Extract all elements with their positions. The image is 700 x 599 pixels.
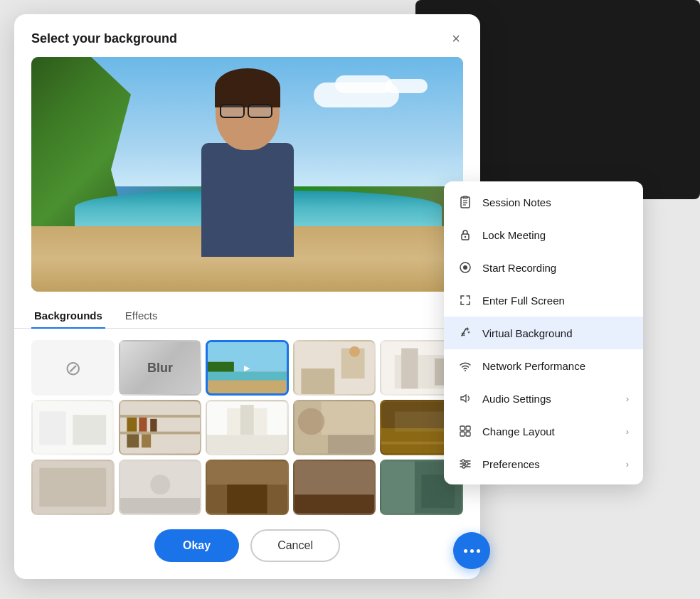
menu-item-network-performance[interactable]: Network Performance [444,349,643,382]
okay-button[interactable]: Okay [154,529,239,562]
glass-right [248,104,272,118]
svg-rect-62 [460,426,465,430]
svg-rect-29 [328,435,375,453]
fab-dot-3 [477,549,480,553]
svg-point-7 [349,346,360,357]
svg-rect-16 [120,415,201,418]
thumb-beach[interactable]: ▶ [206,340,289,396]
svg-rect-63 [466,426,470,430]
grid-icon [458,424,472,438]
light-svg [207,401,287,454]
svg-rect-21 [127,434,139,447]
tabs-bar: Backgrounds Effects [14,292,480,329]
wand-icon [458,326,472,340]
svg-rect-20 [150,419,157,432]
menu-item-preferences[interactable]: Preferences › [444,447,643,480]
menu-label-network-performance: Network Performance [482,360,629,372]
tab-effects[interactable]: Effects [122,304,161,329]
svg-rect-36 [39,468,106,507]
thumb-extra2[interactable] [119,460,202,515]
shelf-svg [120,401,201,454]
menu-label-change-layout: Change Layout [482,425,616,438]
svg-rect-22 [142,434,151,447]
thumb-interior[interactable] [293,400,376,455]
close-button[interactable]: × [449,28,463,48]
menu-item-audio-settings[interactable]: Audio Settings › [444,382,643,415]
svg-rect-46 [381,461,415,513]
menu-label-lock-meeting: Lock Meeting [482,229,629,241]
extra3-svg [207,461,287,514]
beach-thumbnail-svg [208,342,287,393]
extra4-svg [295,461,375,514]
fab-button[interactable] [453,532,490,569]
modal-title: Select your background [31,31,177,46]
svg-rect-19 [139,418,147,432]
menu-label-session-notes: Session Notes [482,196,629,208]
svg-rect-28 [321,401,374,435]
thumb-white[interactable] [31,400,115,455]
menu-item-start-recording[interactable]: Start Recording [444,251,643,284]
blur-label: Blur [147,361,173,376]
thumb-room1[interactable] [293,340,376,396]
thumb-extra1[interactable] [31,460,115,515]
svg-point-56 [463,265,467,270]
svg-rect-41 [207,461,287,484]
fab-dots [464,549,480,553]
beach-scene [31,57,463,292]
person-hair [215,68,280,107]
person-head [216,72,280,150]
thumb-none[interactable]: ⊘ [31,340,115,396]
menu-label-preferences: Preferences [482,458,616,470]
cloud3 [385,79,428,93]
tab-backgrounds[interactable]: Backgrounds [31,304,105,329]
preferences-arrow: › [626,459,629,470]
svg-rect-10 [402,348,418,388]
svg-point-30 [297,408,324,435]
svg-rect-42 [227,484,267,513]
svg-point-39 [150,475,170,494]
extra1-svg [33,461,113,514]
extra2-svg [120,461,201,514]
lock-icon [458,228,472,242]
svg-rect-33 [395,411,448,431]
white-svg [33,401,113,454]
clipboard-icon [458,195,472,209]
room1-svg [295,341,375,394]
svg-rect-65 [466,432,470,436]
wifi-icon [458,359,472,373]
svg-point-70 [465,462,468,465]
clouds [299,75,442,118]
menu-item-lock-meeting[interactable]: Lock Meeting [444,218,643,251]
svg-rect-26 [240,405,254,435]
svg-rect-14 [73,415,106,445]
svg-rect-24 [207,435,287,453]
person-glasses [220,104,275,118]
thumbnail-grid: ⊘ Blur ▶ [14,329,480,515]
speaker-icon [458,391,472,405]
audio-settings-arrow: › [626,393,629,404]
thumb-shelf[interactable] [119,400,202,455]
fab-dot-1 [464,549,467,553]
context-menu: Session Notes Lock Meeting Start Recordi… [444,181,643,484]
person-preview [176,72,319,257]
menu-item-session-notes[interactable]: Session Notes [444,186,643,218]
no-background-icon: ⊘ [65,356,81,380]
background-preview [31,57,463,292]
change-layout-arrow: › [626,426,629,437]
thumb-blur[interactable]: Blur [119,340,202,396]
thumb-light[interactable] [206,400,289,455]
modal-footer: Okay Cancel [14,515,480,562]
fab-dot-2 [470,549,474,553]
menu-item-change-layout[interactable]: Change Layout › [444,415,643,447]
thumb-extra3[interactable] [206,460,289,515]
svg-rect-44 [295,494,375,513]
glass-left [220,104,245,118]
menu-item-virtual-background[interactable]: Virtual Background [444,317,643,349]
cancel-button[interactable]: Cancel [250,529,340,562]
thumb-extra4[interactable] [293,460,376,515]
svg-rect-64 [460,432,465,436]
menu-label-virtual-background: Virtual Background [482,327,629,339]
menu-item-enter-fullscreen[interactable]: Enter Full Screen [444,284,643,317]
background-selector-modal: Select your background × [14,14,480,579]
svg-rect-3 [208,381,287,393]
